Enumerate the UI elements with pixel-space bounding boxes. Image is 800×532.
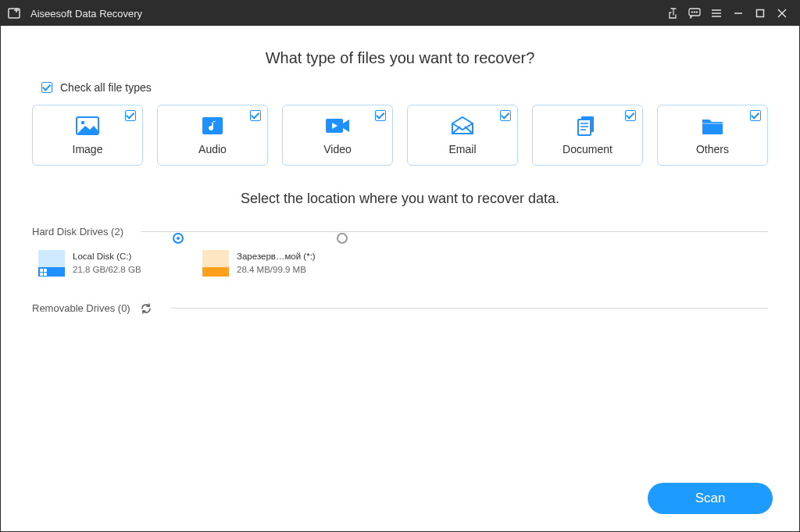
card-label: Document (562, 143, 612, 155)
file-type-card-video[interactable]: Video (282, 105, 393, 166)
feedback-button[interactable] (684, 4, 705, 23)
drive-size: 28.4 MB/99.9 MB (237, 263, 316, 277)
check-all-label: Check all file types (60, 81, 152, 94)
drive-icon (38, 250, 65, 277)
card-label: Others (696, 143, 729, 155)
hard-disk-drives-list: Local Disk (C:) 21.8 GB/62.8 GB Зарезерв… (32, 250, 768, 277)
scan-button[interactable]: Scan (648, 483, 773, 514)
drive-item-local-disk-c[interactable]: Local Disk (C:) 21.8 GB/62.8 GB (38, 250, 179, 277)
maximize-button[interactable] (749, 4, 771, 23)
card-checkbox-image[interactable] (125, 110, 136, 121)
divider (171, 308, 768, 309)
card-label: Audio (198, 143, 227, 155)
removable-section-header: Removable Drives (0) (32, 301, 768, 316)
hard-disk-section-label: Hard Disk Drives (2) (32, 226, 123, 237)
video-icon (324, 115, 351, 137)
main-content: What type of files you want to recover? … (1, 26, 799, 531)
card-checkbox-email[interactable] (500, 110, 511, 121)
drive-name: Зарезерв…мой (*:) (237, 250, 316, 263)
share-button[interactable] (662, 4, 684, 23)
svg-point-5 (694, 12, 695, 13)
svg-point-4 (691, 12, 693, 13)
document-icon (574, 115, 601, 137)
card-checkbox-audio[interactable] (250, 110, 261, 121)
file-type-card-others[interactable]: Others (657, 105, 768, 166)
card-checkbox-document[interactable] (625, 110, 636, 121)
check-all-checkbox[interactable] (41, 82, 52, 93)
close-button[interactable] (771, 4, 793, 23)
file-type-card-email[interactable]: Email (407, 105, 518, 166)
card-label: Video (323, 143, 352, 155)
file-type-heading: What type of files you want to recover? (32, 49, 768, 67)
drive-name: Local Disk (C:) (73, 250, 141, 263)
menu-button[interactable] (705, 4, 727, 23)
drive-radio[interactable] (337, 233, 348, 244)
file-type-card-image[interactable]: Image (32, 105, 143, 166)
app-logo-icon (7, 5, 23, 21)
card-label: Email (448, 143, 476, 155)
card-checkbox-video[interactable] (375, 110, 386, 121)
hard-disk-section-header: Hard Disk Drives (2) (32, 226, 768, 237)
drive-icon (202, 250, 229, 277)
svg-point-6 (696, 12, 698, 13)
file-type-card-audio[interactable]: Audio (157, 105, 268, 166)
app-title: Aiseesoft Data Recovery (30, 8, 142, 20)
image-icon (74, 115, 101, 137)
folder-icon (699, 115, 726, 137)
app-window: Aiseesoft Data Recovery What type of fil… (0, 0, 800, 532)
drive-info: Local Disk (C:) 21.8 GB/62.8 GB (73, 250, 141, 277)
svg-point-15 (81, 121, 84, 124)
svg-rect-24 (702, 123, 723, 124)
divider (141, 231, 768, 232)
drive-item-reserved[interactable]: Зарезерв…мой (*:) 28.4 MB/99.9 MB (202, 250, 343, 277)
svg-rect-11 (757, 10, 764, 17)
drive-radio[interactable] (173, 233, 184, 244)
minimize-button[interactable] (727, 4, 749, 23)
audio-icon (199, 115, 226, 137)
location-heading: Select the location where you want to re… (32, 191, 768, 207)
title-bar: Aiseesoft Data Recovery (1, 1, 799, 26)
card-label: Image (73, 143, 103, 155)
refresh-button[interactable] (138, 301, 154, 316)
file-type-cards: Image Audio Video (32, 105, 768, 166)
email-icon (449, 115, 476, 137)
removable-section-label: Removable Drives (0) (32, 302, 130, 314)
svg-rect-20 (578, 120, 591, 135)
file-type-card-document[interactable]: Document (532, 105, 643, 166)
drive-info: Зарезерв…мой (*:) 28.4 MB/99.9 MB (237, 250, 316, 277)
drive-size: 21.8 GB/62.8 GB (73, 263, 141, 277)
card-checkbox-others[interactable] (750, 110, 761, 121)
check-all-row[interactable]: Check all file types (32, 81, 768, 94)
